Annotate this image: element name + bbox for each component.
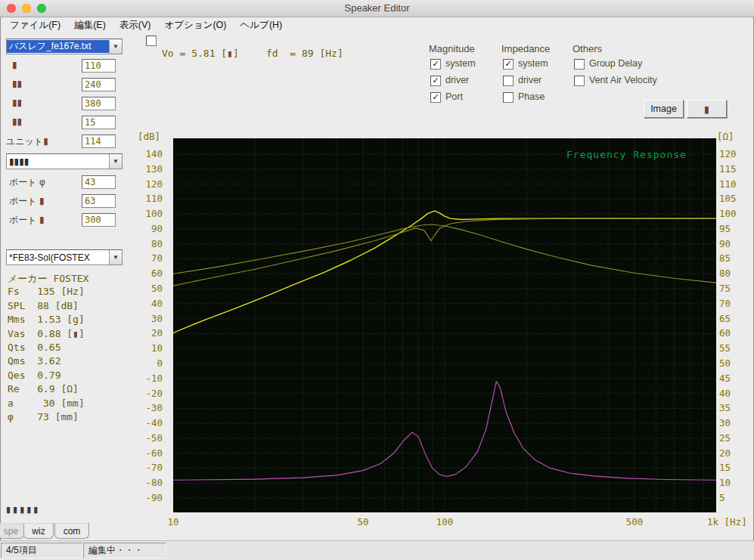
driver-spec-line: Qms 3.62: [8, 355, 61, 367]
db-axis-tick: 110: [121, 193, 163, 204]
glyph-block: ▮: [6, 505, 13, 514]
checkbox-label: system: [445, 59, 476, 69]
freq-axis-tick: 10: [158, 516, 188, 528]
tab-com[interactable]: com: [54, 523, 89, 539]
driver-spec-line: メーカー FOSTEX: [8, 272, 88, 286]
db-axis-tick: 100: [121, 208, 163, 219]
chevron-down-icon[interactable]: ▼: [109, 39, 122, 54]
checkbox-box[interactable]: [574, 76, 585, 86]
checkbox-box[interactable]: [503, 92, 514, 103]
db-axis-tick: 130: [121, 163, 163, 175]
enclosure-param-2-input[interactable]: [82, 78, 116, 91]
db-axis-tick: 30: [121, 313, 163, 324]
enclosure-type-combo[interactable]: ▮▮▮▮ ▼: [6, 153, 123, 169]
enclosure-param-2-label: ▮▮: [12, 79, 22, 89]
glyph-block: ▮: [12, 60, 17, 70]
unit-param-input[interactable]: [82, 135, 116, 148]
checkbox-box[interactable]: ✓: [430, 59, 441, 70]
ohm-axis-tick: 35: [719, 402, 731, 413]
db-axis-tick: 90: [121, 223, 163, 234]
ohm-axis-tick: 55: [719, 342, 731, 354]
driver-select-combo[interactable]: *FE83-Sol(FOSTEX ▼: [6, 249, 123, 265]
ohm-axis-tick: 15: [719, 462, 731, 473]
checkbox-others-group-delay[interactable]: Group Delay: [574, 59, 642, 70]
enclosure-param-4-label: ▮▮: [12, 116, 22, 127]
port-phi-label: ポート φ: [9, 176, 45, 189]
ohm-axis-tick: 80: [719, 268, 731, 279]
checkbox-others-vent-air-velocity[interactable]: Vent Air Velocity: [574, 76, 657, 86]
db-axis-tick: -90: [121, 492, 163, 503]
file-select-value: バスレフ_fe167e.txt: [7, 40, 109, 53]
status-edit-state: 編集中・・・: [83, 543, 166, 558]
db-axis-tick: -80: [121, 477, 163, 488]
checkbox-label: driver: [445, 76, 469, 85]
db-axis-tick: 80: [121, 238, 163, 249]
port-param-3-input[interactable]: [82, 213, 116, 227]
checkbox-impedance-phase[interactable]: Phase: [503, 92, 545, 103]
ohm-axis-tick: 20: [719, 447, 731, 459]
footer-glyph-blocks: ▮▮▮▮▮: [6, 505, 40, 515]
ohm-axis-tick: 30: [719, 417, 731, 429]
enclosure-param-3-input[interactable]: [82, 97, 116, 110]
ohm-axis-tick: 115: [719, 163, 737, 175]
ohm-axis-tick: 10: [719, 477, 731, 488]
freq-axis-tick: 1k [Hz]: [707, 516, 754, 528]
ohm-axis-tick: 40: [719, 388, 731, 399]
enclosure-param-3-label: ▮▮: [12, 97, 22, 108]
tab-wiz[interactable]: wiz: [23, 523, 54, 539]
chevron-down-icon[interactable]: ▼: [109, 250, 122, 265]
glyph-block: ▮: [19, 156, 24, 167]
db-axis-unit: [dB]: [138, 131, 160, 142]
ohm-axis-tick: 110: [719, 178, 737, 190]
unit-param-label: ユニット▮: [6, 135, 48, 148]
image-button[interactable]: Image: [644, 100, 684, 118]
db-axis-tick: -50: [121, 432, 163, 444]
driver-spec-line: Fs 135 [Hz]: [8, 286, 85, 297]
main-content: バスレフ_fe167e.txt ▼ ▮▮▮▮ ▼ *FE83-Sol(FOSTE…: [0, 0, 754, 560]
glyph-block: ▮: [227, 48, 233, 59]
enclosure-param-4-input[interactable]: [82, 116, 116, 129]
checkbox-box[interactable]: ✓: [503, 59, 514, 70]
freq-axis-tick: 50: [348, 516, 378, 528]
checkbox-box[interactable]: ✓: [430, 92, 441, 103]
ohm-axis-tick: 5: [719, 492, 725, 503]
glyph-block: ▮: [17, 97, 23, 108]
speaker-editor-window: Speaker Editor ファイル(F)編集(E)表示(V)オプション(O)…: [0, 0, 754, 560]
driver-spec-line: Vas 0.88 [▮]: [8, 328, 85, 339]
checkbox-label: driver: [518, 76, 541, 85]
glyph-block: ▮: [17, 79, 23, 89]
vo-value-label: Vo = 5.81 [▮]: [162, 48, 239, 59]
chevron-down-icon[interactable]: ▼: [109, 154, 122, 169]
checkbox-box[interactable]: [503, 76, 514, 86]
glyph-block: ▮: [39, 196, 45, 206]
tab-spe[interactable]: spe: [0, 523, 24, 539]
checkbox-box[interactable]: [574, 59, 585, 70]
glyph-block: ▮: [13, 505, 20, 514]
port-param-2-input[interactable]: [82, 194, 116, 208]
ohm-axis-tick: 85: [719, 252, 731, 264]
checkbox-label: system: [518, 59, 548, 69]
db-axis-tick: 60: [121, 268, 163, 279]
port-phi-input[interactable]: [82, 175, 116, 189]
db-axis-tick: -70: [121, 462, 163, 473]
checkbox-impedance-system[interactable]: ✓system: [503, 59, 548, 70]
checkbox-magnitude-driver[interactable]: ✓driver: [430, 76, 469, 86]
port-param-2-label: ポート ▮: [9, 195, 45, 208]
checkbox-label: Port: [445, 92, 463, 102]
column-header-magnitude: Magnitude: [429, 43, 475, 54]
port-magnitude-curve: [173, 224, 716, 283]
checkbox-magnitude-port[interactable]: ✓Port: [430, 92, 463, 103]
glyph-button[interactable]: ▮: [687, 100, 727, 118]
driver-spec-line: Qes 0.79: [8, 370, 61, 381]
checkbox-label: Group Delay: [589, 59, 642, 69]
glyph-block: ▮: [12, 97, 17, 108]
enclosure-param-1-input[interactable]: [82, 59, 116, 73]
ohm-axis-tick: 90: [719, 238, 731, 249]
file-select-combo[interactable]: バスレフ_fe167e.txt ▼: [6, 39, 123, 54]
checkbox-impedance-driver[interactable]: driver: [503, 76, 541, 86]
top-left-checkbox[interactable]: [146, 36, 157, 46]
freq-axis-tick: 500: [619, 516, 650, 528]
driver-spec-line: SPL 88 [dB]: [8, 300, 79, 311]
checkbox-box[interactable]: ✓: [430, 76, 441, 86]
checkbox-magnitude-system[interactable]: ✓system: [430, 59, 476, 70]
